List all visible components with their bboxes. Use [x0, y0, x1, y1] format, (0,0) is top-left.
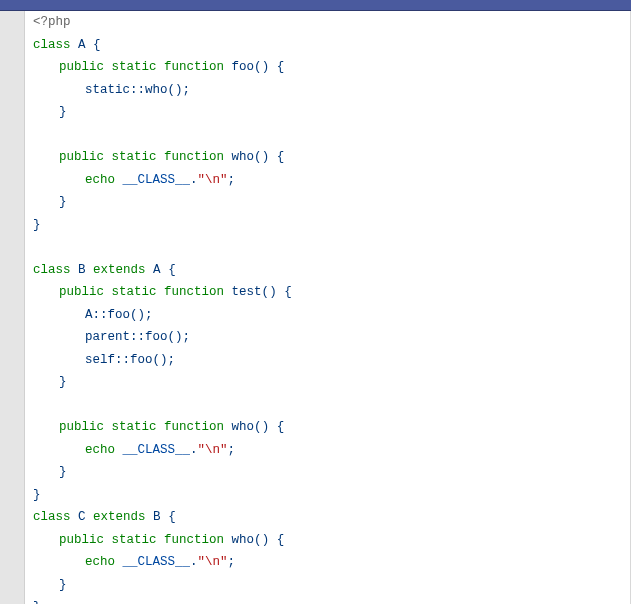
code-line: <?php: [33, 11, 622, 34]
code-line: parent::foo();: [33, 326, 622, 349]
code-line: echo __CLASS__."\n";: [33, 551, 622, 574]
code-area: <?php class A { public static function f…: [25, 11, 631, 604]
code-line: }: [33, 101, 622, 124]
code-line: public static function who() {: [33, 146, 622, 169]
line-gutter: [0, 11, 25, 604]
code-line: }: [33, 461, 622, 484]
code-line: public static function who() {: [33, 529, 622, 552]
blank-line: [33, 124, 622, 147]
blank-line: [33, 236, 622, 259]
code-line: public static function foo() {: [33, 56, 622, 79]
code-line: class C extends B {: [33, 506, 622, 529]
code-line: }: [33, 574, 622, 597]
code-line: static::who();: [33, 79, 622, 102]
code-line: echo __CLASS__."\n";: [33, 169, 622, 192]
editor-wrapper: <?php class A { public static function f…: [0, 11, 631, 604]
code-line: class B extends A {: [33, 259, 622, 282]
code-line: self::foo();: [33, 349, 622, 372]
code-line: }: [33, 371, 622, 394]
php-open-tag: <?php: [33, 15, 71, 29]
code-line: echo __CLASS__."\n";: [33, 439, 622, 462]
top-bar: [0, 0, 631, 11]
code-line: class A {: [33, 34, 622, 57]
code-line: }: [33, 191, 622, 214]
code-line: }: [33, 596, 622, 604]
code-line: A::foo();: [33, 304, 622, 327]
code-line: public static function test() {: [33, 281, 622, 304]
blank-line: [33, 394, 622, 417]
code-line: }: [33, 484, 622, 507]
code-line: }: [33, 214, 622, 237]
code-line: public static function who() {: [33, 416, 622, 439]
